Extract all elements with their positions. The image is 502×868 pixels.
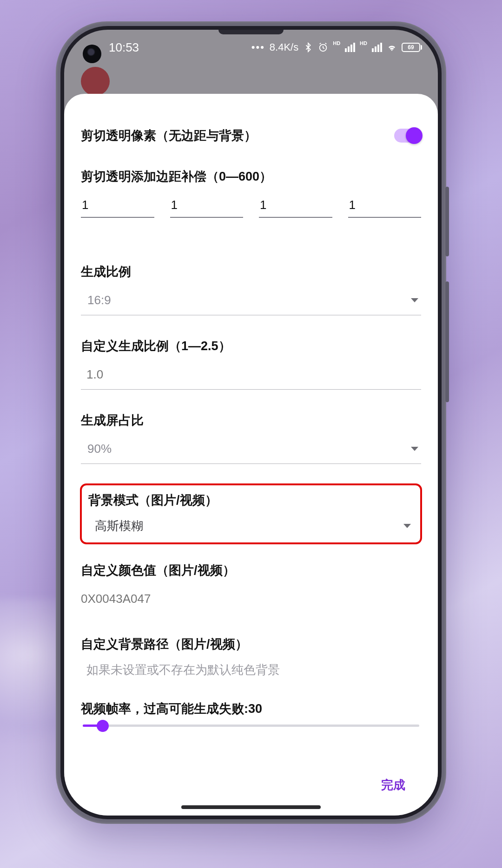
- power-button: [445, 281, 449, 402]
- chevron-down-icon: [403, 524, 411, 528]
- ratio-value: 16:9: [87, 293, 111, 307]
- padding-input-3[interactable]: [259, 194, 332, 218]
- chevron-down-icon: [411, 298, 418, 302]
- padding-input-1[interactable]: [81, 194, 154, 218]
- bgmode-select[interactable]: 高斯模糊: [88, 511, 414, 539]
- settings-sheet: 剪切透明像素（无边距与背景） 剪切透明添加边距补偿（0—600）: [64, 94, 438, 816]
- toggle-knob: [406, 127, 423, 144]
- bgmode-value: 高斯模糊: [95, 518, 143, 534]
- screen-pct-label: 生成屏占比: [81, 412, 421, 429]
- done-button[interactable]: 完成: [376, 770, 411, 800]
- wifi-icon: [387, 42, 397, 52]
- ratio-label: 生成比例: [81, 263, 421, 280]
- chevron-down-icon: [411, 447, 418, 451]
- alarm-icon: [318, 42, 328, 52]
- color-label: 自定义颜色值（图片/视频）: [81, 562, 421, 579]
- phone-frame: 10:53 ••• 8.4K/s HD HD 69: [56, 21, 446, 824]
- bgmode-highlight-box: 背景模式（图片/视频） 高斯模糊: [80, 483, 422, 544]
- backdrop-dim: [64, 65, 438, 94]
- screen-pct-select[interactable]: 90%: [81, 435, 421, 464]
- volume-button: [445, 187, 449, 256]
- hd-indicator-1: HD: [333, 40, 340, 46]
- crop-transparent-label: 剪切透明像素（无边距与背景）: [81, 127, 257, 144]
- status-netspeed: 8.4K/s: [270, 41, 298, 53]
- bgpath-section: 自定义背景路径（图片/视频） 如果未设置或不存在为默认纯色背景: [81, 636, 421, 678]
- screen-pct-section: 生成屏占比 90%: [81, 412, 421, 464]
- bgpath-label: 自定义背景路径（图片/视频）: [81, 636, 421, 653]
- bluetooth-icon: [303, 42, 313, 52]
- status-time: 10:53: [109, 40, 139, 55]
- padding-section: 剪切透明添加边距补偿（0—600）: [81, 168, 421, 241]
- fps-section: 视频帧率，过高可能生成失败:30: [81, 700, 421, 727]
- ratio-select[interactable]: 16:9: [81, 287, 421, 315]
- fps-label: 视频帧率，过高可能生成失败:30: [81, 700, 421, 717]
- fps-slider[interactable]: [83, 724, 419, 727]
- app-avatar: [81, 67, 110, 96]
- hd-indicator-2: HD: [360, 40, 367, 46]
- padding-label: 剪切透明添加边距补偿（0—600）: [81, 168, 421, 185]
- status-right: ••• 8.4K/s HD HD 69: [251, 41, 422, 53]
- screen: 10:53 ••• 8.4K/s HD HD 69: [64, 30, 438, 816]
- custom-ratio-section: 自定义生成比例（1—2.5）: [81, 338, 421, 390]
- bgmode-label: 背景模式（图片/视频）: [88, 492, 414, 509]
- crop-transparent-toggle[interactable]: [394, 129, 421, 143]
- color-section: 自定义颜色值（图片/视频）: [81, 562, 421, 613]
- slider-thumb[interactable]: [97, 720, 109, 732]
- bgpath-hint: 如果未设置或不存在为默认纯色背景: [81, 659, 421, 678]
- home-indicator[interactable]: [181, 805, 321, 809]
- padding-input-2[interactable]: [170, 194, 244, 218]
- speaker-grille: [218, 30, 284, 34]
- front-camera: [83, 45, 101, 63]
- status-bar: 10:53 ••• 8.4K/s HD HD 69: [64, 30, 438, 65]
- signal-bars-2: [372, 43, 382, 52]
- battery-icon: 69: [402, 43, 422, 52]
- signal-bars-1: [345, 43, 355, 52]
- custom-ratio-label: 自定义生成比例（1—2.5）: [81, 338, 421, 354]
- screen-pct-value: 90%: [87, 442, 112, 456]
- color-input[interactable]: [81, 585, 421, 613]
- toggle-row: 剪切透明像素（无边距与背景）: [81, 127, 421, 144]
- custom-ratio-input[interactable]: [81, 361, 421, 390]
- ratio-section: 生成比例 16:9: [81, 263, 421, 315]
- padding-input-4[interactable]: [348, 194, 422, 218]
